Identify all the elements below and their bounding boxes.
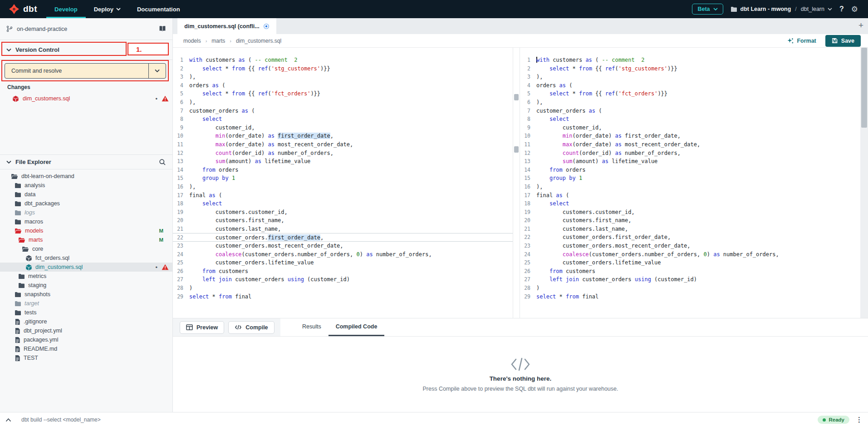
beta-badge[interactable]: Beta <box>692 4 723 15</box>
tree-item[interactable]: TEST <box>0 353 172 362</box>
code-line[interactable]: 25 customer_orders.lifetime_value <box>173 258 513 267</box>
code-line[interactable]: 9 customer_id, <box>173 124 513 132</box>
scrollbar-thumb[interactable] <box>861 48 867 128</box>
tree-item[interactable]: modelsM <box>0 226 172 235</box>
tree-item[interactable]: dbt-learn-on-demand <box>0 172 172 181</box>
commit-and-resolve-button[interactable]: Commit and resolve <box>5 63 166 79</box>
code-line[interactable]: 15 group by 1 <box>173 174 513 183</box>
code-line[interactable]: 11 max(order_date) as most_recent_order_… <box>520 140 860 149</box>
scrollbar-mark[interactable] <box>514 94 519 100</box>
settings-gear-icon[interactable]: ⚙ <box>851 5 858 14</box>
tree-item[interactable]: packages.yml <box>0 335 172 344</box>
breadcrumb-item[interactable]: marts <box>211 38 225 44</box>
code-line[interactable]: 14 from orders <box>520 166 860 174</box>
code-line[interactable]: 15 group by 1 <box>520 174 860 183</box>
code-line[interactable]: 17final as ( <box>520 191 860 200</box>
code-line[interactable]: 7customer_orders as ( <box>520 107 860 115</box>
code-line[interactable]: 20 customers.first_name, <box>520 216 860 225</box>
code-line[interactable]: 3), <box>173 73 513 81</box>
breadcrumb-item[interactable]: models <box>183 38 201 44</box>
code-line[interactable]: 12 count(order_id) as number_of_orders, <box>520 149 860 158</box>
code-line[interactable]: 10 min(order_date) as first_order_date, <box>173 132 513 140</box>
kebab-menu-icon[interactable]: ⋮ <box>856 416 863 424</box>
tree-item[interactable]: logs <box>0 208 172 217</box>
code-line[interactable]: 8 select <box>520 115 860 124</box>
code-line[interactable]: 22 customer_orders.first_order_date, <box>173 233 513 242</box>
code-line[interactable]: 14 from orders <box>173 166 513 174</box>
tree-item[interactable]: .gitignore <box>0 317 172 326</box>
code-line[interactable]: 23 customer_orders.most_recent_order_dat… <box>520 242 860 250</box>
scrollbar-mark[interactable] <box>514 146 519 153</box>
file-explorer-header[interactable]: File Explorer <box>0 154 172 169</box>
tree-item[interactable]: macros <box>0 217 172 226</box>
code-line[interactable]: 3), <box>520 73 860 81</box>
code-line[interactable]: 19 customers.customer_id, <box>173 208 513 217</box>
overview-ruler[interactable] <box>860 48 868 318</box>
branch-row[interactable]: on-demand-practice <box>0 18 172 40</box>
code-line[interactable]: 2 select * from {{ ref('stg_customers')}… <box>520 65 860 73</box>
tree-item[interactable]: dbt_project.yml <box>0 326 172 335</box>
code-line[interactable]: 13 sum(amount) as lifetime_value <box>173 157 513 166</box>
docs-book-icon[interactable] <box>159 25 166 32</box>
code-line[interactable]: 11 max(order_date) as most_recent_order_… <box>173 140 513 149</box>
code-line[interactable]: 21 customers.last_name, <box>173 225 513 233</box>
code-line[interactable]: 26 from customers <box>173 267 513 276</box>
panel-collapse-chevron-icon[interactable] <box>5 418 11 422</box>
tab-results[interactable]: Results <box>295 318 329 336</box>
tree-item[interactable]: fct_orders.sql <box>0 253 172 263</box>
code-line[interactable]: 26 from customers <box>520 267 860 276</box>
commit-dropdown-caret[interactable] <box>148 64 166 78</box>
search-icon[interactable] <box>159 159 166 166</box>
tree-item[interactable]: martsM <box>0 235 172 244</box>
code-line[interactable]: 20 customers.first_name, <box>173 216 513 225</box>
tree-item[interactable]: core <box>0 244 172 253</box>
tree-item[interactable]: target <box>0 299 172 308</box>
code-line[interactable]: 24 coalesce(customer_orders.number_of_or… <box>520 250 860 259</box>
code-line[interactable]: 8 select <box>173 115 513 124</box>
format-button[interactable]: Format <box>787 38 816 44</box>
tree-item[interactable]: staging <box>0 281 172 290</box>
new-tab-button[interactable]: + <box>858 21 863 30</box>
code-line[interactable]: 5 select * from {{ ref('fct_orders')}} <box>520 89 860 98</box>
code-line[interactable]: 29select * from final <box>520 293 860 301</box>
code-line[interactable]: 6), <box>520 98 860 107</box>
tree-item[interactable]: README.md <box>0 344 172 353</box>
code-line[interactable]: 16), <box>173 183 513 191</box>
tree-item[interactable]: tests <box>0 308 172 317</box>
save-button[interactable]: Save <box>825 35 861 47</box>
nav-item-develop[interactable]: Develop <box>46 0 86 18</box>
version-control-header[interactable]: Version Control <box>0 40 172 60</box>
left-pane-scrollbar[interactable] <box>513 48 520 318</box>
tree-item[interactable]: analysis <box>0 181 172 190</box>
tree-item[interactable]: snapshots <box>0 290 172 299</box>
code-pane-right[interactable]: 1with customers as ( -- comment 22 selec… <box>520 48 860 318</box>
code-line[interactable]: 27 left join customer_orders using (cust… <box>520 275 860 284</box>
nav-item-deploy[interactable]: Deploy <box>86 0 129 18</box>
help-icon[interactable]: ? <box>839 5 844 13</box>
code-line[interactable]: 5 select * from {{ ref('fct_orders')}} <box>173 89 513 98</box>
code-line[interactable]: 4orders as ( <box>173 81 513 90</box>
code-line[interactable]: 10 min(order_date) as first_order_date, <box>520 132 860 140</box>
code-line[interactable]: 27 left join customer_orders using (cust… <box>173 275 513 284</box>
project-selector[interactable]: dbt Learn - mwong / dbt_learn <box>731 6 832 12</box>
tree-item[interactable]: dbt_packages <box>0 199 172 208</box>
tab-compiled-code[interactable]: Compiled Code <box>329 318 385 336</box>
code-line[interactable]: 22 customer_orders.first_order_date, <box>520 233 860 242</box>
nav-item-documentation[interactable]: Documentation <box>129 0 188 18</box>
code-line[interactable]: 23 customer_orders.most_recent_order_dat… <box>173 242 513 250</box>
code-line[interactable]: 1with customers as ( -- comment 2 <box>173 56 513 65</box>
code-line[interactable]: 7customer_orders as ( <box>173 107 513 115</box>
compile-button[interactable]: Compile <box>228 321 274 334</box>
code-line[interactable]: 2 select * from {{ ref('stg_customers')}… <box>173 65 513 73</box>
code-line[interactable]: 28) <box>520 284 860 293</box>
code-line[interactable]: 24 coalesce(customer_orders.number_of_or… <box>173 250 513 259</box>
tab-dim-customers[interactable]: dim_customers.sql (confli... <box>177 18 276 34</box>
code-line[interactable]: 21 customers.last_name, <box>520 225 860 233</box>
code-line[interactable]: 4orders as ( <box>520 81 860 90</box>
command-input[interactable]: dbt build --select <model_name> <box>21 417 101 423</box>
dbt-logo[interactable]: dbt <box>0 0 46 18</box>
code-line[interactable]: 1with customers as ( -- comment 2 <box>520 56 860 65</box>
code-line[interactable]: 18 select <box>520 199 860 208</box>
code-line[interactable]: 6), <box>173 98 513 107</box>
preview-button[interactable]: Preview <box>180 321 224 334</box>
